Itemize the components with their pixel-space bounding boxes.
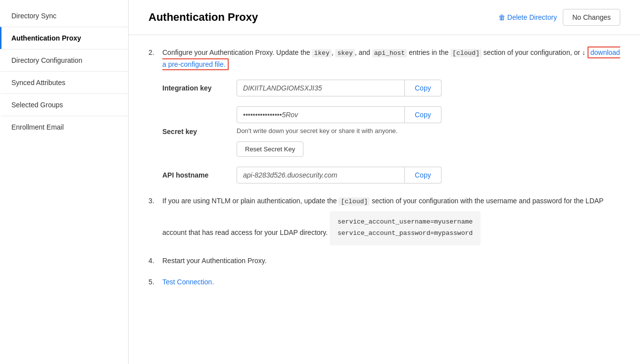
fields-section: Integration key Copy Secret key bbox=[162, 80, 620, 183]
sidebar-item-synced-attributes[interactable]: Synced Attributes bbox=[0, 71, 128, 93]
integration-key-input-wrap: Copy bbox=[237, 80, 620, 96]
reset-secret-key-button[interactable]: Reset Secret Key bbox=[237, 141, 303, 157]
step-5-number: 5. bbox=[148, 276, 158, 287]
integration-key-label: Integration key bbox=[162, 83, 237, 93]
no-changes-button[interactable]: No Changes bbox=[563, 9, 620, 26]
step-5-text: Test Connection. bbox=[162, 276, 620, 287]
field-group: Integration key Copy Secret key bbox=[162, 80, 620, 183]
step-2: 2. Configure your Authentication Proxy. … bbox=[148, 47, 620, 70]
header-actions: 🗑 Delete Directory No Changes bbox=[498, 9, 620, 26]
main-header: Authentication Proxy 🗑 Delete Directory … bbox=[129, 0, 640, 35]
sidebar-item-directory-sync[interactable]: Directory Sync bbox=[0, 5, 128, 27]
step-3-number: 3. bbox=[148, 195, 158, 245]
test-connection-link[interactable]: Test Connection. bbox=[162, 278, 214, 286]
step-2-and: , and bbox=[355, 48, 372, 56]
code-line-2: service_account_password=mypassword bbox=[338, 228, 473, 239]
secret-key-label: Secret key bbox=[162, 126, 237, 137]
secret-key-input-row: Copy bbox=[237, 106, 442, 123]
step-3-text-before: If you are using NTLM or plain authentic… bbox=[162, 197, 339, 205]
apihost-code: api_host bbox=[372, 49, 407, 57]
step-2-text: Configure your Authentication Proxy. Upd… bbox=[162, 47, 620, 70]
step-4-number: 4. bbox=[148, 255, 158, 266]
step-4: 4. Restart your Authentication Proxy. bbox=[148, 255, 620, 266]
sidebar-item-authentication-proxy[interactable]: Authentication Proxy bbox=[0, 27, 128, 49]
step-5: 5. Test Connection. bbox=[148, 276, 620, 287]
content-body: 2. Configure your Authentication Proxy. … bbox=[129, 35, 640, 309]
api-hostname-input-wrap: Copy bbox=[237, 167, 620, 183]
step-2-text-after: section of your configuration, or ↓ bbox=[482, 48, 588, 56]
sidebar: Directory SyncAuthentication ProxyDirect… bbox=[0, 0, 129, 364]
cloud-code: [cloud] bbox=[450, 49, 482, 57]
api-hostname-row: API hostname Copy bbox=[162, 167, 620, 183]
api-hostname-label: API hostname bbox=[162, 170, 237, 181]
integration-key-row: Integration key Copy bbox=[162, 80, 620, 96]
step-3-text: If you are using NTLM or plain authentic… bbox=[162, 195, 620, 245]
api-hostname-copy-button[interactable]: Copy bbox=[405, 167, 442, 183]
api-hostname-input[interactable] bbox=[237, 167, 405, 183]
step-4-text: Restart your Authentication Proxy. bbox=[162, 255, 620, 266]
integration-key-input[interactable] bbox=[237, 80, 405, 96]
step-2-text-mid: entries in the bbox=[407, 48, 450, 56]
sidebar-item-directory-configuration[interactable]: Directory Configuration bbox=[0, 49, 128, 71]
secret-key-row: Secret key Copy Don't write down your se… bbox=[162, 106, 620, 157]
secret-key-input[interactable] bbox=[237, 106, 405, 123]
secret-key-hint: Don't write down your secret key or shar… bbox=[237, 126, 397, 136]
sidebar-item-enrollment-email[interactable]: Enrollment Email bbox=[0, 116, 128, 138]
secret-key-copy-button[interactable]: Copy bbox=[405, 106, 442, 123]
step3-cloud-code: [cloud] bbox=[339, 197, 370, 206]
step-2-number: 2. bbox=[148, 47, 158, 70]
integration-key-copy-button[interactable]: Copy bbox=[405, 80, 442, 96]
steps-list: 2. Configure your Authentication Proxy. … bbox=[148, 47, 620, 287]
delete-directory-label: Delete Directory bbox=[507, 13, 557, 21]
ikey-code: ikey bbox=[312, 49, 331, 57]
delete-directory-button[interactable]: 🗑 Delete Directory bbox=[498, 13, 557, 21]
skey-code: skey bbox=[335, 49, 354, 57]
page-title: Authentication Proxy bbox=[148, 11, 258, 24]
step-3: 3. If you are using NTLM or plain authen… bbox=[148, 195, 620, 245]
step-2-text-before: Configure your Authentication Proxy. Upd… bbox=[162, 48, 312, 56]
secret-key-input-wrap: Copy Don't write down your secret key or… bbox=[237, 106, 620, 157]
step-3-code-block: service_account_username=myusername serv… bbox=[330, 211, 481, 246]
trash-icon: 🗑 bbox=[498, 13, 505, 21]
main-content: Authentication Proxy 🗑 Delete Directory … bbox=[129, 0, 640, 364]
code-line-1: service_account_username=myusername bbox=[338, 217, 473, 228]
sidebar-item-selected-groups[interactable]: Selected Groups bbox=[0, 93, 128, 116]
